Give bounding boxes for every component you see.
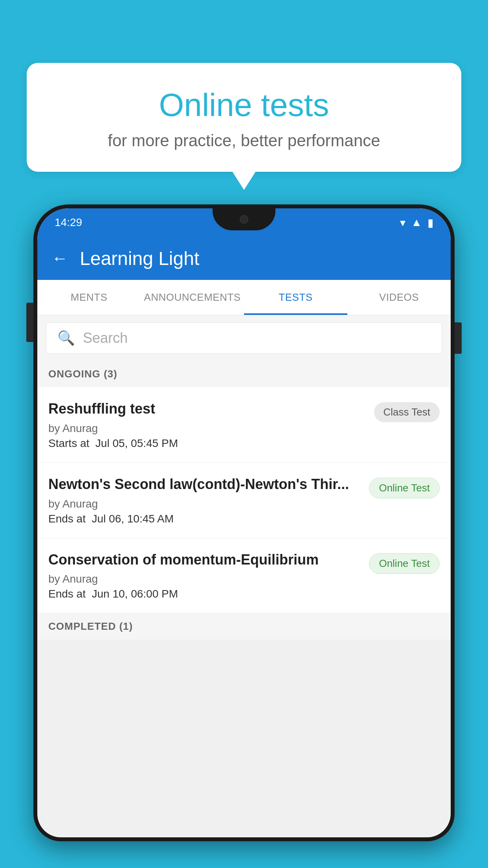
- status-bar: 14:29 ▾ ▲ ▮: [37, 208, 451, 237]
- phone-outer: 14:29 ▾ ▲ ▮ ← Learning Light MENTS: [33, 204, 455, 841]
- test-name: Newton's Second law(contd)-Newton's Thir…: [48, 475, 361, 494]
- search-placeholder: Search: [83, 330, 128, 346]
- test-content: Newton's Second law(contd)-Newton's Thir…: [48, 475, 361, 525]
- status-time: 14:29: [55, 216, 82, 229]
- search-container: 🔍 Search: [37, 315, 451, 361]
- app-bar: ← Learning Light: [37, 237, 451, 280]
- back-button[interactable]: ←: [51, 249, 68, 268]
- tab-tests[interactable]: TESTS: [244, 280, 347, 315]
- tabs-container: MENTS ANNOUNCEMENTS TESTS VIDEOS: [37, 280, 451, 315]
- speech-bubble-container: Online tests for more practice, better p…: [27, 63, 461, 172]
- phone-frame: 14:29 ▾ ▲ ▮ ← Learning Light MENTS: [33, 204, 455, 868]
- test-author: by Anurag: [48, 573, 361, 585]
- speech-bubble: Online tests for more practice, better p…: [27, 63, 461, 172]
- app-title: Learning Light: [80, 248, 199, 269]
- test-badge: Online Test: [369, 478, 440, 498]
- test-list: Reshuffling test by Anurag Starts at Jul…: [37, 387, 451, 613]
- ongoing-section-header: ONGOING (3): [37, 361, 451, 387]
- battery-icon: ▮: [427, 216, 433, 229]
- background: Online tests for more practice, better p…: [0, 0, 488, 868]
- test-badge: Online Test: [369, 553, 440, 574]
- test-time: Ends at Jul 06, 10:45 AM: [48, 513, 361, 525]
- notch: [213, 208, 275, 230]
- bubble-title: Online tests: [46, 86, 442, 123]
- status-icons: ▾ ▲ ▮: [400, 216, 433, 229]
- test-author: by Anurag: [48, 422, 366, 435]
- tab-videos[interactable]: VIDEOS: [347, 280, 451, 315]
- camera-dot: [240, 215, 248, 224]
- signal-icon: ▲: [411, 216, 422, 229]
- completed-section-header: COMPLETED (1): [37, 613, 451, 640]
- test-name: Conservation of momentum-Equilibrium: [48, 551, 361, 569]
- test-item[interactable]: Reshuffling test by Anurag Starts at Jul…: [37, 387, 451, 463]
- search-icon: 🔍: [57, 330, 75, 346]
- test-item[interactable]: Newton's Second law(contd)-Newton's Thir…: [37, 463, 451, 538]
- test-badge: Class Test: [374, 402, 440, 422]
- test-author: by Anurag: [48, 498, 361, 510]
- phone-screen: 14:29 ▾ ▲ ▮ ← Learning Light MENTS: [37, 208, 451, 837]
- test-time: Ends at Jun 10, 06:00 PM: [48, 588, 361, 600]
- test-item[interactable]: Conservation of momentum-Equilibrium by …: [37, 538, 451, 614]
- test-time: Starts at Jul 05, 05:45 PM: [48, 437, 366, 450]
- bubble-subtitle: for more practice, better performance: [46, 131, 442, 150]
- wifi-icon: ▾: [400, 216, 405, 229]
- tab-announcements[interactable]: ANNOUNCEMENTS: [141, 280, 244, 315]
- test-name: Reshuffling test: [48, 400, 366, 418]
- tab-ments[interactable]: MENTS: [37, 280, 141, 315]
- search-bar[interactable]: 🔍 Search: [46, 322, 442, 354]
- test-content: Conservation of momentum-Equilibrium by …: [48, 551, 361, 601]
- test-content: Reshuffling test by Anurag Starts at Jul…: [48, 400, 366, 450]
